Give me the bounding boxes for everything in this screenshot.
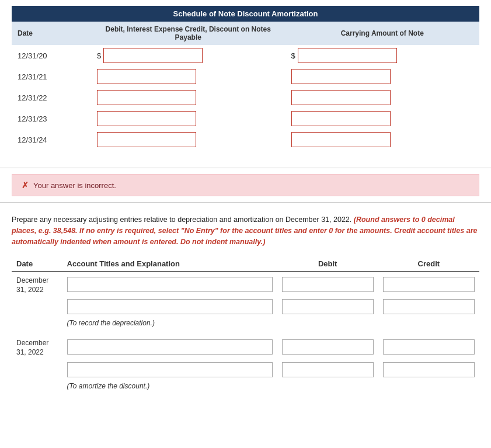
journal-debit-input[interactable]	[282, 299, 374, 314]
error-banner: ✗ Your answer is incorrect.	[12, 174, 479, 196]
journal-credit-input[interactable]	[383, 339, 475, 355]
journal-row	[12, 360, 479, 380]
schedule-table: Date Debit, Interest Expense Credit, Dis…	[12, 22, 479, 150]
schedule-row: 12/31/23	[12, 108, 479, 129]
account-input[interactable]	[67, 277, 273, 292]
dollar-sign: $	[291, 51, 295, 60]
debit-cell	[91, 66, 285, 87]
journal-credit-cell	[378, 360, 479, 380]
schedule-section: Schedule of Note Discount Amortization D…	[0, 0, 491, 162]
journal-date: December 31, 2022	[12, 272, 62, 297]
journal-debit-input[interactable]	[282, 277, 374, 292]
account-input[interactable]	[67, 362, 273, 377]
instructions: Prepare any necessary adjusting entries …	[12, 214, 479, 247]
journal-credit-header: Credit	[378, 256, 479, 272]
journal-credit-cell	[378, 297, 479, 317]
schedule-date: 12/31/23	[12, 108, 91, 129]
carrying-cell	[285, 129, 480, 150]
journal-date	[12, 360, 62, 380]
debit-input[interactable]	[103, 48, 203, 63]
carrying-input[interactable]	[298, 48, 397, 63]
schedule-date: 12/31/22	[12, 87, 91, 108]
schedule-date: 12/31/21	[12, 66, 91, 87]
schedule-date: 12/31/24	[12, 129, 91, 150]
journal-credit-input[interactable]	[383, 299, 475, 314]
section-divider-2	[0, 202, 491, 203]
journal-debit-header: Debit	[277, 256, 378, 272]
journal-debit-input[interactable]	[282, 339, 374, 355]
schedule-date: 12/31/20	[12, 45, 91, 66]
spacer-row	[12, 329, 479, 334]
journal-date: December 31, 2022	[12, 334, 62, 359]
journal-note: (To amortize the discount.)	[62, 380, 479, 393]
carrying-input[interactable]	[291, 132, 391, 147]
section-divider	[0, 168, 491, 168]
debit-cell	[91, 108, 285, 129]
journal-row	[12, 297, 479, 317]
debit-cell	[91, 87, 285, 108]
schedule-row: 12/31/20$$	[12, 45, 479, 66]
journal-account-cell	[62, 334, 277, 359]
debit-cell	[91, 129, 285, 150]
carrying-header: Carrying Amount of Note	[285, 22, 480, 45]
journal-credit-cell	[378, 272, 479, 297]
schedule-row: 12/31/24	[12, 129, 479, 150]
journal-debit-cell	[277, 272, 378, 297]
empty-cell	[12, 380, 62, 393]
journal-row: December 31, 2022	[12, 334, 479, 359]
journal-section: Prepare any necessary adjusting entries …	[0, 209, 491, 404]
account-input[interactable]	[67, 339, 273, 355]
carrying-cell: $	[285, 45, 480, 66]
debit-input[interactable]	[97, 69, 196, 84]
account-input[interactable]	[67, 299, 273, 314]
journal-debit-cell	[277, 334, 378, 359]
error-message: Your answer is incorrect.	[33, 181, 116, 190]
carrying-cell	[285, 108, 480, 129]
instructions-normal: Prepare any necessary adjusting entries …	[12, 216, 351, 224]
journal-account-cell	[62, 272, 277, 297]
carrying-cell	[285, 66, 480, 87]
schedule-row: 12/31/21	[12, 66, 479, 87]
debit-input[interactable]	[97, 132, 196, 147]
journal-credit-input[interactable]	[383, 362, 475, 377]
journal-note-row: (To amortize the discount.)	[12, 380, 479, 393]
schedule-row: 12/31/22	[12, 87, 479, 108]
carrying-input[interactable]	[291, 111, 391, 126]
journal-note: (To record the depreciation.)	[62, 317, 479, 329]
carrying-cell	[285, 87, 480, 108]
schedule-title: Schedule of Note Discount Amortization	[12, 6, 479, 22]
debit-input[interactable]	[97, 111, 196, 126]
journal-date	[12, 297, 62, 317]
journal-credit-cell	[378, 334, 479, 359]
carrying-input[interactable]	[291, 90, 391, 105]
dollar-sign: $	[97, 51, 101, 60]
journal-credit-input[interactable]	[383, 277, 475, 292]
journal-account-cell	[62, 297, 277, 317]
journal-date-header: Date	[12, 256, 62, 272]
empty-cell	[12, 317, 62, 329]
journal-debit-cell	[277, 297, 378, 317]
journal-debit-input[interactable]	[282, 362, 374, 377]
carrying-input[interactable]	[291, 69, 391, 84]
debit-cell: $	[91, 45, 285, 66]
journal-account-cell	[62, 360, 277, 380]
spacer-cell	[12, 329, 479, 334]
journal-debit-cell	[277, 360, 378, 380]
error-icon: ✗	[22, 180, 29, 190]
journal-account-header: Account Titles and Explanation	[62, 256, 277, 272]
journal-table: Date Account Titles and Explanation Debi…	[12, 256, 479, 392]
journal-note-row: (To record the depreciation.)	[12, 317, 479, 329]
debit-input[interactable]	[97, 90, 196, 105]
journal-row: December 31, 2022	[12, 272, 479, 297]
date-header: Date	[12, 22, 91, 45]
debit-header: Debit, Interest Expense Credit, Discount…	[91, 22, 285, 45]
